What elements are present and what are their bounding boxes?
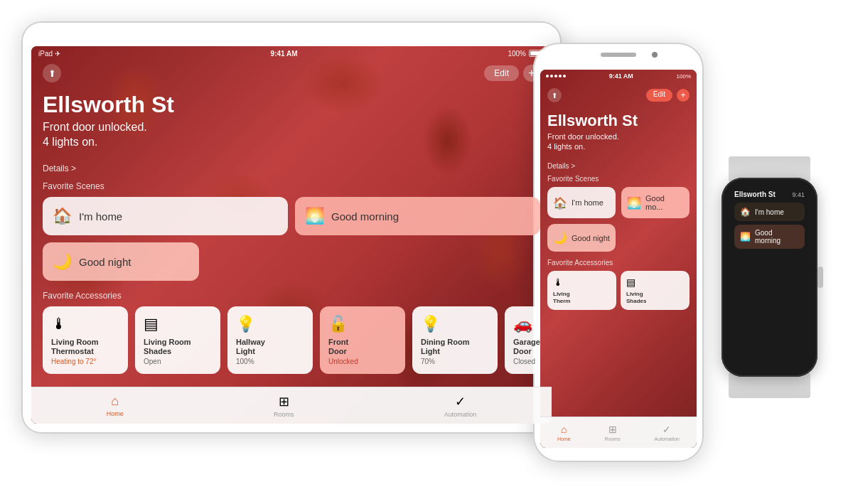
signal-dot-4 xyxy=(559,75,562,77)
tablet-time: 9:41 AM xyxy=(271,50,298,58)
watch-home-label: I'm home xyxy=(755,208,784,216)
tablet-content: Favorite Scenes 🏠 I'm home 🌅 Good mornin… xyxy=(31,181,552,387)
good-morning-scene-icon: 🌅 xyxy=(305,207,324,225)
tablet-accessories-label: Favorite Accessories xyxy=(43,291,540,301)
watch-scene-im-home[interactable]: 🏠 I'm home xyxy=(734,203,805,221)
tablet-scene-good-night[interactable]: 🌙 Good night xyxy=(43,242,199,281)
phone-thermostat-icon: 🌡 xyxy=(553,277,611,288)
tablet-header-row: ⬆ Edit + xyxy=(31,64,552,82)
phone-scene-good-night[interactable]: 🌙 Good night xyxy=(547,224,616,252)
dining-light-icon: 💡 xyxy=(421,315,489,333)
phone-location-button[interactable]: ⬆ xyxy=(547,88,562,102)
front-door-icon: 🔓 xyxy=(328,315,397,333)
watch-home-icon: 🏠 xyxy=(740,207,751,217)
tablet-battery-label: 100% xyxy=(508,50,526,58)
watch-time: 9:41 xyxy=(792,191,805,198)
phone-edit-row: ⬆ Edit + xyxy=(547,88,690,102)
tablet-battery-fill xyxy=(530,51,542,55)
tablet-screen: iPad ✈ 9:41 AM 100% ⬆ Edit + xyxy=(31,46,552,424)
app-scene: iPad ✈ 9:41 AM 100% ⬆ Edit + xyxy=(0,0,853,504)
tablet-scenes-label: Favorite Scenes xyxy=(43,181,540,191)
tablet-accessory-hallway-light[interactable]: 💡 HallwayLight 100% xyxy=(227,306,313,374)
signal-dot-3 xyxy=(554,75,557,77)
phone-accessory-shades[interactable]: ▤ LivingShades xyxy=(621,271,690,310)
phone-camera xyxy=(652,52,658,58)
tablet-accessory-shades[interactable]: ▤ Living RoomShades Open xyxy=(135,306,220,374)
tablet-details-link[interactable]: Details > xyxy=(43,163,76,173)
tablet-scenes-row2: 🌙 Good night xyxy=(43,242,540,281)
phone-status-bar: 9:41 AM 100% xyxy=(540,70,697,82)
phone-morning-scene-icon: 🌅 xyxy=(627,196,641,210)
phone-accessory-thermostat[interactable]: 🌡 LivingTherm xyxy=(547,271,616,310)
tablet-home-tab-icon: ⌂ xyxy=(111,394,119,409)
phone-edit-buttons: Edit + xyxy=(646,89,690,102)
watch-content: Ellsworth St 9:41 🏠 I'm home 🌅 Good morn… xyxy=(729,185,810,370)
watch-scene-good-morning[interactable]: 🌅 Good morning xyxy=(734,225,805,249)
tablet-scene-good-morning[interactable]: 🌅 Good morning xyxy=(295,197,540,235)
tablet-home-name: Ellsworth St xyxy=(43,92,174,117)
tablet-tab-bar: ⌂ Home ⊞ Rooms ✓ Automation xyxy=(31,387,552,424)
tablet-home-title: Ellsworth St Front door unlocked.4 light… xyxy=(43,92,174,150)
tablet-accessory-thermostat[interactable]: 🌡 Living RoomThermostat Heating to 72° xyxy=(43,306,128,374)
phone-accessories-row: 🌡 LivingTherm ▤ LivingShades xyxy=(547,271,690,310)
phone-tab-rooms[interactable]: ⊞ Rooms xyxy=(605,424,621,441)
phone-tab-automation[interactable]: ✓ Automation xyxy=(655,424,680,441)
phone-home-name: Ellsworth St xyxy=(547,112,690,129)
tablet-device-indicator: iPad ✈ xyxy=(38,50,60,58)
tablet-accessory-dining-light[interactable]: 💡 Dining RoomLight 70% xyxy=(412,306,498,374)
phone-night-scene-label: Good night xyxy=(572,234,610,242)
phone-home-scene-icon: 🏠 xyxy=(553,196,567,210)
tablet-accessories-row: 🌡 Living RoomThermostat Heating to 72° ▤… xyxy=(43,306,540,374)
tablet-location-button[interactable]: ⬆ xyxy=(43,64,61,82)
phone-scenes-label: Favorite Scenes xyxy=(547,175,690,183)
phone-shades-name: LivingShades xyxy=(626,291,684,304)
phone-night-scene-icon: 🌙 xyxy=(553,231,567,245)
tablet-battery-icon xyxy=(529,50,544,57)
phone-add-button[interactable]: + xyxy=(677,89,690,102)
home-scene-icon: 🏠 xyxy=(53,207,72,225)
phone-scene-good-morning[interactable]: 🌅 Good mo... xyxy=(621,187,690,218)
phone-header: ⬆ Edit + xyxy=(540,82,697,111)
tablet-scenes-row1: 🏠 I'm home 🌅 Good morning xyxy=(43,197,540,235)
hallway-light-name: HallwayLight xyxy=(236,338,304,356)
watch-crown xyxy=(817,267,823,288)
dining-light-status: 70% xyxy=(421,358,489,365)
tablet-accessory-front-door[interactable]: 🔓 FrontDoor Unlocked xyxy=(320,306,405,374)
shades-icon: ▤ xyxy=(144,315,212,333)
tablet-tab-rooms[interactable]: ⊞ Rooms xyxy=(274,394,294,418)
watch-body: Ellsworth St 9:41 🏠 I'm home 🌅 Good morn… xyxy=(721,178,817,377)
tablet-edit-button[interactable]: Edit xyxy=(484,65,519,81)
tablet-device: iPad ✈ 9:41 AM 100% ⬆ Edit + xyxy=(21,21,562,434)
hallway-light-status: 100% xyxy=(236,358,304,365)
phone-edit-button[interactable]: Edit xyxy=(646,89,672,102)
phone-home-scene-label: I'm home xyxy=(572,198,603,207)
phone-speaker xyxy=(601,53,636,57)
phone-rooms-tab-icon: ⊞ xyxy=(608,424,617,435)
tablet-tab-automation[interactable]: ✓ Automation xyxy=(444,394,477,418)
tablet-tab-home[interactable]: ⌂ Home xyxy=(107,394,124,417)
phone-scene-im-home[interactable]: 🏠 I'm home xyxy=(547,187,616,218)
good-morning-scene-label: Good morning xyxy=(331,210,399,222)
hallway-light-icon: 💡 xyxy=(236,315,304,333)
phone-details-link[interactable]: Details > xyxy=(547,162,575,170)
watch-home-name: Ellsworth St xyxy=(734,191,776,198)
phone-rooms-tab-label: Rooms xyxy=(605,436,621,441)
tablet-add-button[interactable]: + xyxy=(523,65,540,82)
front-door-status: Unlocked xyxy=(328,358,397,365)
thermostat-name: Living RoomThermostat xyxy=(51,338,119,356)
garage-name: GarageDoor xyxy=(513,338,540,356)
phone-time: 9:41 AM xyxy=(609,73,633,80)
tablet-scene-im-home[interactable]: 🏠 I'm home xyxy=(43,197,288,235)
watch-morning-icon: 🌅 xyxy=(740,232,751,242)
front-door-name: FrontDoor xyxy=(328,338,397,356)
phone-home-tab-icon: ⌂ xyxy=(561,424,567,435)
phone-tab-home[interactable]: ⌂ Home xyxy=(557,424,571,441)
phone-device: 9:41 AM 100% ⬆ Edit + Ellsworth St Front… xyxy=(533,43,704,462)
signal-dot-5 xyxy=(563,75,566,77)
tablet-home-subtitle: Front door unlocked.4 lights on. xyxy=(43,120,174,150)
good-night-scene-label: Good night xyxy=(79,256,131,268)
watch-device: Ellsworth St 9:41 🏠 I'm home 🌅 Good morn… xyxy=(714,156,825,398)
tablet-status-right: 100% xyxy=(508,50,544,58)
tablet-accessory-garage[interactable]: 🚗 GarageDoor Closed xyxy=(505,306,540,374)
phone-scenes-row1: 🏠 I'm home 🌅 Good mo... xyxy=(547,187,690,218)
